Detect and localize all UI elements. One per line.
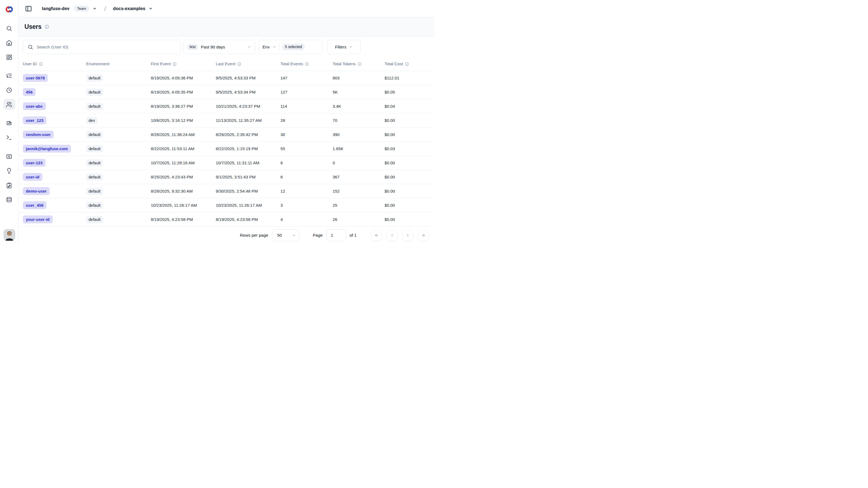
table-row[interactable]: user-5678 default 8/19/2025, 4:05:36 PM … (19, 71, 434, 85)
table-row[interactable]: user-id default 8/25/2025, 4:23:43 PM 9/… (19, 170, 434, 184)
total-tokens-cell: 3.4K (333, 104, 384, 109)
sidebar-item-dashboards[interactable] (3, 52, 15, 63)
previous-page-button[interactable]: ‹ (386, 230, 398, 241)
user-avatar[interactable] (3, 229, 15, 241)
user-id-badge[interactable]: jannik@langfuse.com (23, 145, 71, 152)
search-box[interactable] (23, 40, 181, 54)
playground-terminal-icon (6, 134, 12, 141)
langfuse-logo[interactable] (4, 4, 15, 15)
user-id-badge[interactable]: 456 (23, 88, 36, 96)
first-event-cell: 8/25/2025, 4:23:43 PM (151, 175, 216, 179)
total-cost-cell: $0.00 (384, 217, 434, 222)
pagination-buttons: « ‹ › » (371, 230, 429, 241)
total-tokens-cell: 152 (333, 189, 384, 194)
user-id-badge[interactable]: user-123 (23, 159, 45, 167)
env-filter-button[interactable]: Env 5 selected (259, 40, 322, 54)
table-row[interactable]: 456 default 8/19/2025, 4:05:35 PM 9/5/20… (19, 85, 434, 99)
user-id-badge[interactable]: user-5678 (23, 74, 48, 82)
total-cost-cell: $0.04 (384, 104, 434, 109)
info-icon[interactable] (405, 62, 409, 66)
table-row[interactable]: user-abc default 8/19/2025, 3:36:27 PM 1… (19, 99, 434, 113)
info-icon[interactable] (173, 62, 177, 66)
last-event-cell: 8/26/2025, 2:35:42 PM (216, 132, 280, 137)
sidebar-item-home[interactable] (3, 37, 15, 48)
next-page-button[interactable]: › (402, 230, 413, 241)
total-events-cell: 30 (280, 132, 333, 137)
last-event-cell: 10/21/2025, 4:23:37 PM (216, 104, 280, 109)
last-event-cell: 8/19/2025, 4:23:58 PM (216, 217, 280, 222)
environment-selector[interactable]: docs-examples (109, 6, 153, 11)
first-event-cell: 8/19/2025, 4:05:36 PM (151, 76, 216, 81)
chevron-down-icon (292, 233, 296, 237)
rows-per-page-select[interactable]: 50 (272, 229, 300, 241)
table-row[interactable]: your-user-id default 8/19/2025, 4:23:58 … (19, 212, 434, 226)
sidebar-item-tracing[interactable] (3, 70, 15, 81)
sidebar-item-datasets[interactable] (3, 194, 15, 205)
total-cost-cell: $0.00 (384, 161, 434, 165)
sidebar-item-search[interactable] (3, 23, 15, 34)
table-row[interactable]: random-user default 8/26/2025, 11:36:24 … (19, 127, 434, 141)
total-cost-cell: $0.00 (384, 203, 434, 208)
annotation-clipboard-icon (6, 182, 12, 189)
search-input[interactable] (37, 45, 173, 50)
pagination-bar: Rows per page 50 Page of 1 « ‹ › » (19, 226, 434, 244)
sessions-clock-icon (6, 87, 12, 93)
sidebar-item-users[interactable] (3, 99, 15, 110)
table-row[interactable]: user-123 default 10/7/2025, 11:28:16 AM … (19, 155, 434, 170)
user-id-badge[interactable]: your-user-id (23, 216, 53, 223)
last-page-button[interactable]: » (418, 230, 429, 241)
filters-button[interactable]: Filters (327, 40, 361, 54)
total-events-cell: 12 (280, 189, 333, 194)
sidebar-item-annotation[interactable] (3, 180, 15, 191)
environment-badge: default (86, 160, 103, 167)
total-cost-cell: $0.00 (384, 175, 434, 179)
sidebar-item-evaluation[interactable] (3, 151, 15, 162)
total-tokens-cell: 0 (333, 161, 384, 165)
info-icon[interactable] (358, 62, 362, 66)
user-id-badge[interactable]: random-user (23, 131, 54, 139)
env-filter-label: Env (262, 45, 270, 50)
page-number-input[interactable] (327, 229, 346, 241)
info-icon[interactable] (237, 62, 241, 66)
users-icon (6, 102, 12, 108)
date-range-button[interactable]: 90d Past 90 days (183, 40, 255, 54)
total-events-cell: 3 (280, 203, 333, 208)
user-id-badge[interactable]: user_456 (23, 201, 46, 209)
user-id-badge[interactable]: user-abc (23, 102, 46, 110)
environment-badge: default (86, 145, 103, 152)
table-row[interactable]: user_456 default 10/23/2025, 11:26:17 AM… (19, 198, 434, 212)
breadcrumb-separator (102, 6, 108, 12)
info-icon[interactable] (39, 62, 43, 66)
total-events-cell: 55 (280, 146, 333, 151)
first-page-button[interactable]: « (371, 230, 382, 241)
total-tokens-cell: 390 (333, 132, 384, 137)
total-cost-cell: $0.00 (384, 132, 434, 137)
total-cost-cell: $0.00 (384, 118, 434, 123)
column-header-first-event: First Event (151, 61, 216, 66)
table-row[interactable]: jannik@langfuse.com default 8/22/2025, 1… (19, 141, 434, 155)
org-selector[interactable]: langfuse-dev Team (32, 5, 97, 12)
sidebar-item-playground[interactable] (3, 132, 15, 143)
user-id-badge[interactable]: user_123 (23, 116, 46, 124)
info-icon[interactable] (44, 25, 49, 29)
prompts-file-code-icon (6, 120, 12, 126)
first-event-cell: 8/22/2025, 11:53:11 AM (151, 146, 216, 151)
last-event-cell: 8/22/2025, 1:15:19 PM (216, 146, 280, 151)
total-tokens-cell: 367 (333, 175, 384, 179)
user-id-badge[interactable]: user-id (23, 173, 42, 181)
user-id-badge[interactable]: demo-user (23, 187, 50, 195)
last-event-cell: 10/23/2025, 11:26:17 AM (216, 203, 280, 208)
table-row[interactable]: demo-user default 8/28/2025, 9:32:30 AM … (19, 184, 434, 198)
last-event-cell: 9/5/2025, 4:53:33 PM (216, 76, 280, 81)
sidebar-item-insights[interactable] (3, 165, 15, 176)
last-event-cell: 9/1/2025, 3:51:43 PM (216, 175, 280, 179)
table-row[interactable]: user_123 dev 10/6/2025, 3:16:12 PM 11/13… (19, 113, 434, 127)
home-icon (6, 40, 12, 46)
info-icon[interactable] (305, 62, 309, 66)
team-badge: Team (74, 5, 89, 12)
environment-badge: default (86, 131, 103, 138)
divider (279, 44, 279, 51)
sidebar-item-prompts[interactable] (3, 117, 15, 128)
sidebar-toggle-icon[interactable] (25, 5, 32, 12)
sidebar-item-sessions[interactable] (3, 85, 15, 95)
